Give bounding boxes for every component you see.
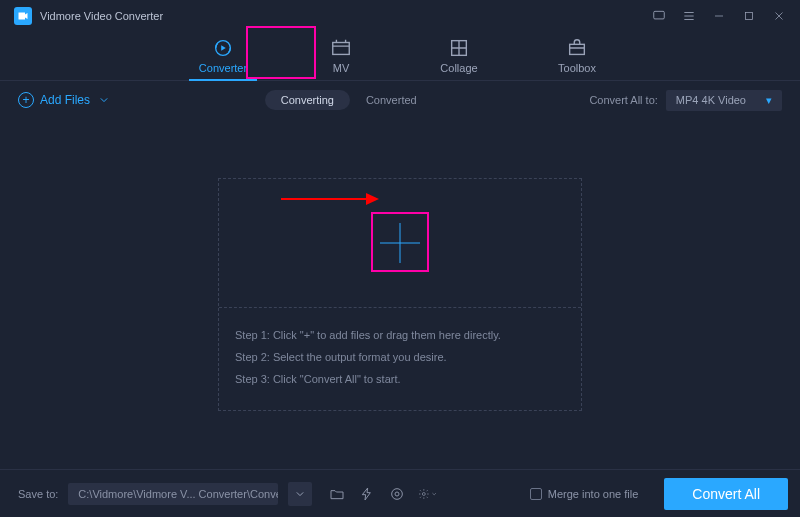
svg-point-9	[423, 493, 426, 496]
tab-label: MV	[333, 62, 350, 74]
window-controls	[652, 9, 786, 23]
step-2: Step 2: Select the output format you des…	[235, 346, 565, 368]
segment-converting[interactable]: Converting	[265, 90, 350, 110]
convert-all-button[interactable]: Convert All	[664, 478, 788, 510]
chevron-down-icon: ▾	[766, 94, 772, 107]
collage-icon	[448, 38, 470, 58]
merge-checkbox[interactable]: Merge into one file	[530, 488, 639, 500]
tab-toolbox[interactable]: Toolbox	[543, 32, 611, 80]
svg-rect-1	[746, 13, 753, 20]
tab-converter[interactable]: Converter	[189, 32, 257, 80]
save-path-field[interactable]: C:\Vidmore\Vidmore V... Converter\Conver…	[68, 483, 278, 505]
converter-icon	[212, 38, 234, 58]
menu-icon[interactable]	[682, 9, 696, 23]
drop-top[interactable]	[219, 179, 581, 307]
merge-label: Merge into one file	[548, 488, 639, 500]
chevron-down-icon	[100, 97, 108, 103]
main-area: Step 1: Click "+" to add files or drag t…	[0, 119, 800, 469]
hardware-accel-icon[interactable]	[358, 485, 376, 503]
drop-zone[interactable]: Step 1: Click "+" to add files or drag t…	[218, 178, 582, 411]
main-nav: Converter MV Collage Toolbox	[0, 32, 800, 80]
tab-collage[interactable]: Collage	[425, 32, 493, 80]
tab-label: Toolbox	[558, 62, 596, 74]
add-files-button[interactable]: + Add Files	[18, 92, 108, 108]
step-3: Step 3: Click "Convert All" to start.	[235, 368, 565, 390]
checkbox-icon	[530, 488, 542, 500]
high-speed-icon[interactable]	[388, 485, 406, 503]
tab-mv[interactable]: MV	[307, 32, 375, 80]
close-icon[interactable]	[772, 9, 786, 23]
add-plus-icon[interactable]	[380, 223, 420, 263]
convert-all-to-group: Convert All to: MP4 4K Video ▾	[589, 90, 782, 111]
feedback-icon[interactable]	[652, 9, 666, 23]
svg-point-8	[395, 492, 399, 496]
app-logo	[14, 7, 32, 25]
title-bar: Vidmore Video Converter	[0, 0, 800, 32]
save-to-label: Save to:	[18, 488, 58, 500]
toolbox-icon	[566, 38, 588, 58]
format-select[interactable]: MP4 4K Video ▾	[666, 90, 782, 111]
instructions: Step 1: Click "+" to add files or drag t…	[219, 308, 581, 410]
step-1: Step 1: Click "+" to add files or drag t…	[235, 324, 565, 346]
settings-icon[interactable]	[418, 485, 436, 503]
app-title: Vidmore Video Converter	[40, 10, 163, 22]
svg-point-7	[392, 489, 403, 500]
bottom-bar: Save to: C:\Vidmore\Vidmore V... Convert…	[0, 470, 800, 517]
bottom-tool-icons	[328, 485, 436, 503]
maximize-icon[interactable]	[742, 9, 756, 23]
format-value: MP4 4K Video	[676, 94, 746, 106]
open-folder-icon[interactable]	[328, 485, 346, 503]
save-path-dropdown[interactable]	[288, 482, 312, 506]
tab-label: Collage	[440, 62, 477, 74]
mv-icon	[330, 38, 352, 58]
add-files-label: Add Files	[40, 93, 90, 107]
convert-all-to-label: Convert All to:	[589, 94, 657, 106]
svg-rect-5	[570, 44, 585, 54]
tab-label: Converter	[199, 62, 247, 74]
segment-converted[interactable]: Converted	[350, 90, 433, 110]
secondary-toolbar: + Add Files Converting Converted Convert…	[0, 81, 800, 119]
status-segment: Converting Converted	[265, 90, 433, 110]
svg-rect-3	[333, 43, 350, 55]
plus-circle-icon: +	[18, 92, 34, 108]
minimize-icon[interactable]	[712, 9, 726, 23]
